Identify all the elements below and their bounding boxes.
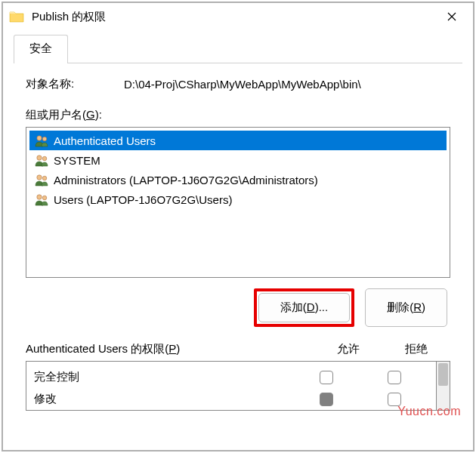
group-icon (34, 193, 51, 206)
group-icon (34, 134, 51, 147)
allow-checkbox[interactable] (320, 393, 333, 406)
groups-listbox[interactable]: Authenticated Users SYSTEM Administrator… (26, 127, 450, 278)
group-icon (34, 153, 51, 167)
tab-security[interactable]: 安全 (14, 35, 68, 63)
permission-label: 修改 (34, 392, 292, 406)
object-name-label: 对象名称: (26, 77, 124, 91)
list-item-label: Authenticated Users (54, 134, 156, 147)
list-item-label: Administrators (LAPTOP-1J6O7G2G\Administ… (54, 174, 318, 186)
window-title: Publish 的权限 (32, 10, 437, 24)
deny-checkbox[interactable] (388, 393, 401, 406)
tab-row: 安全 (14, 35, 462, 63)
close-icon (447, 12, 456, 21)
titlebar: Publish 的权限 (3, 3, 473, 30)
remove-button[interactable]: 删除(R) (365, 288, 447, 327)
list-item[interactable]: Administrators (LAPTOP-1J6O7G2G\Administ… (29, 170, 447, 190)
permissions-scrollbar[interactable] (437, 361, 450, 411)
permission-row: 完全控制 (34, 366, 428, 388)
list-item[interactable]: Authenticated Users (29, 131, 447, 150)
svg-point-5 (42, 176, 47, 180)
list-item-label: Users (LAPTOP-1J6O7G2G\Users) (54, 193, 232, 206)
add-button-highlight: 添加(D)... (254, 288, 354, 327)
add-button[interactable]: 添加(D)... (258, 293, 350, 322)
svg-point-7 (42, 196, 47, 200)
permission-row: 修改 (34, 388, 428, 410)
list-item-label: SYSTEM (54, 154, 100, 167)
permissions-table: 完全控制修改 (26, 361, 437, 411)
column-deny: 拒绝 (382, 342, 450, 356)
svg-point-0 (37, 136, 42, 140)
list-item[interactable]: SYSTEM (29, 150, 447, 170)
object-name-value: D:\04-Proj\CSharp\MyWebApp\MyWebApp\bin\ (124, 78, 450, 91)
object-name-row: 对象名称: D:\04-Proj\CSharp\MyWebApp\MyWebAp… (26, 77, 450, 91)
svg-point-2 (37, 156, 42, 160)
list-item[interactable]: Users (LAPTOP-1J6O7G2G\Users) (29, 190, 447, 209)
groups-label: 组或用户名(G): (26, 108, 450, 122)
svg-point-6 (37, 195, 42, 199)
watermark: Yuucn.com (397, 405, 461, 418)
column-allow: 允许 (314, 342, 382, 356)
permission-label: 完全控制 (34, 370, 292, 384)
group-icon (34, 173, 51, 186)
svg-point-3 (42, 156, 47, 161)
folder-icon (9, 11, 24, 23)
allow-checkbox[interactable] (320, 371, 333, 384)
deny-checkbox[interactable] (388, 371, 401, 384)
permissions-label: Authenticated Users 的权限(P) (26, 342, 180, 355)
svg-point-4 (37, 175, 42, 180)
svg-point-1 (42, 137, 47, 141)
close-button[interactable] (437, 5, 467, 28)
